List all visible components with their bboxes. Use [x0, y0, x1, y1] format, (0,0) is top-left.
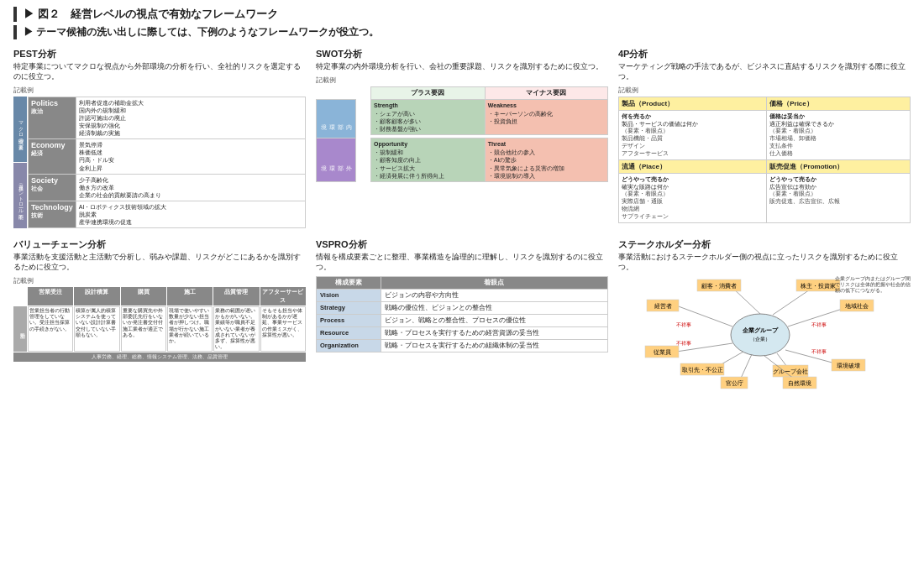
fourp-section: 4P分析 マーケティング戦略の手法であるが、ビジネスに直結するリスクを識別する際… — [618, 48, 911, 228]
vspro-process-point: ビジョン、戦略との整合性、プロセスの優位性 — [381, 314, 607, 326]
vspro-desc: 情報を構成要素ごとに整理、事業構造を論理的に理解し、リスクを識別するのに役立つ。 — [316, 253, 608, 273]
vspro-organization-label: Organization — [317, 339, 381, 352]
vspro-title: VSPRO分析 — [316, 238, 608, 251]
pest-direct-label: （直接コントロール不能） — [13, 163, 27, 228]
vspro-row-strategy: Strategy 戦略の優位性、ビジョンとの整合性 — [317, 301, 608, 314]
vspro-process-label: Process — [317, 314, 381, 326]
swot-table: プラス要因 マイナス要因 内部環境 Strength ・シェアが高い ・顧客顧客… — [316, 86, 608, 182]
vspro-row-process: Process ビジョン、戦略との整合性、プロセスの優位性 — [317, 314, 608, 326]
vc-cell-2: 積算が属人的積算システムを使っていない設計計算書交付していない手順もない。 — [74, 306, 119, 352]
pest-content-politics: 利用者促進の補助金拡大国内外の規制緩和許認可施出の廃止安保規制の強化経済制裁の実… — [76, 97, 305, 138]
swot-sample-label: 記載例 — [316, 76, 608, 85]
subtitle-arrow: ▶ — [24, 26, 34, 38]
pest-content-economy: 景気停滞株価低迷円高・ドル安金利上昇 — [76, 139, 305, 174]
fourp-promotion-content: どうやって売るか 広告宣伝は有効か （要素・着眼点） 販売促進、広告宣伝、広報 — [767, 173, 911, 222]
vspro-row-vision: Vision ビジョンの内容や方向性 — [317, 289, 608, 301]
valuechain-section: バリューチェーン分析 事業活動を支援活動と主活動で分析し、弱みや課題、リスクがど… — [13, 238, 306, 394]
vc-cell-6: そもそも担当や体制があるかが遅延、事業サービスの作業ミスがく、採算性が悪い。 — [260, 306, 306, 352]
vspro-vision-point: ビジョンの内容や方向性 — [381, 289, 607, 301]
stakeholder-diagram: 企業グループ （企業） 顧客・消費者 株主・投資家 経営者 — [618, 276, 911, 394]
pest-row-technology: Technology 技術 AI・ロボティクス技術領域の拡大脱炭素産学連携環境の… — [29, 201, 306, 227]
svg-text:官公庁: 官公庁 — [726, 380, 743, 386]
fourp-row-2: 流通（Place） 販売促進（Promotion） — [619, 159, 911, 173]
swot-title: SWOT分析 — [316, 48, 608, 60]
pest-side-labels: マクロ環境の要素 （直接コントロール不能） — [13, 97, 27, 228]
svg-text:不祥事: 不祥事 — [676, 341, 691, 346]
swot-minus-header: マイナス要因 — [485, 86, 607, 99]
vc-main-header-2: 設計積算 — [74, 287, 119, 306]
vspro-vision-label: Vision — [317, 289, 381, 301]
pest-row-header-society: Society 社会 — [29, 174, 76, 201]
vspro-resource-point: 戦略・プロセスを実行するための経営資源の妥当性 — [381, 326, 607, 339]
valuechain-sample-label: 記載例 — [13, 276, 306, 285]
swot-desc: 特定事業の内外環境分析を行い、会社の重要課題、リスクを識別するために役立つ。 — [316, 62, 608, 72]
svg-text:不祥事: 不祥事 — [811, 349, 827, 354]
vspro-header-row: 構成要素 着眼点 — [317, 276, 608, 289]
stakeholder-title: ステークホルダー分析 — [618, 238, 911, 251]
pest-row-header-technology: Technology 技術 — [29, 201, 76, 227]
svg-text:自然環境: 自然環境 — [788, 380, 811, 387]
vspro-strategy-label: Strategy — [317, 301, 381, 314]
swot-section: SWOT分析 特定事業の内外環境分析を行い、会社の重要課題、リスクを識別するため… — [316, 48, 608, 228]
stakeholder-desc: 事業活動におけるステークホルダー側の視点に立ったリスクを識別するために役立つ。 — [618, 253, 911, 273]
fourp-title: 4P分析 — [618, 48, 911, 60]
svg-point-0 — [731, 314, 790, 356]
vc-main-header-1: 営業受注 — [28, 287, 73, 306]
page-title: ▶ 図２ 経営レベルの視点で有効なフレームワーク — [13, 7, 911, 22]
pest-desc: 特定事業についてマクロな視点から外部環境の分析を行い、全社的リスクを選定するのに… — [13, 62, 306, 82]
svg-text:取引先・不公正: 取引先・不公正 — [682, 367, 723, 373]
vspro-row-resource: Resource 戦略・プロセスを実行するための経営資源の妥当性 — [317, 326, 608, 339]
fourp-table: 製品（Product） 価格（Price） 何を売るか 製品・サービスの価値は何… — [618, 97, 911, 223]
svg-text:（企業）: （企業） — [750, 337, 770, 342]
vspro-table: 構成要素 着眼点 Vision ビジョンの内容や方向性 Strategy 戦略の… — [316, 276, 608, 352]
swot-opportunity-cell: Opportunity ・規制緩和 ・顧客知度の向上 ・サービス拡大 ・経済発展… — [371, 138, 486, 181]
swot-outer-env-row: 外部環境 Opportunity ・規制緩和 ・顧客知度の向上 ・サービス拡大 … — [317, 138, 608, 181]
svg-text:不祥事: 不祥事 — [676, 322, 691, 327]
svg-text:グループ会社: グループ会社 — [773, 368, 808, 374]
svg-text:従業員: 従業員 — [654, 349, 671, 356]
fourp-promotion-header: 販売促進（Promotion） — [767, 159, 911, 173]
vc-support-label: 人事労務、経理、総務、情報システム管理、法務、品質管理 — [13, 352, 306, 362]
pest-title: PEST分析 — [13, 48, 306, 60]
vc-main-act-label: 主活動 — [13, 306, 27, 352]
pest-macro-label: マクロ環境の要素 — [13, 97, 27, 162]
svg-text:株主・投資家: 株主・投資家 — [800, 283, 836, 290]
vc-content-row: 主活動 営業担当者の行動管理をしていない。受注担当採算の手続きがない。 積算が属… — [13, 306, 306, 352]
title-arrow: ▶ — [24, 8, 34, 20]
fourp-place-header: 流通（Place） — [619, 159, 767, 173]
vspro-strategy-point: 戦略の優位性、ビジョンとの整合性 — [381, 301, 607, 314]
swot-weakness-cell: Weakness ・キーパーソンの高齢化 ・投資負担 — [485, 99, 607, 134]
pest-row-economy: Economy 経済 景気停滞株価低迷円高・ドル安金利上昇 — [29, 139, 306, 174]
svg-text:地域社会: 地域社会 — [844, 303, 869, 309]
valuechain-desc: 事業活動を支援活動と主活動で分析し、弱みや課題、リスクがどこにあるかを識別するた… — [13, 253, 306, 273]
stakeholder-note: 企業グループ内またはグループ間でリスクは全体的把握や社会的信頼の低下につながる。 — [835, 276, 911, 294]
fourp-content-row-1: 何を売るか 製品・サービスの価値は何か （要素・着眼点） 製品機能・品質デザイン… — [619, 110, 911, 159]
vspro-col-element: 構成要素 — [317, 276, 381, 289]
svg-text:経営者: 経営者 — [654, 303, 672, 310]
svg-text:不祥事: 不祥事 — [811, 322, 827, 327]
fourp-product-header: 製品（Product） — [619, 97, 767, 110]
vc-main-header-4: 施工 — [167, 287, 213, 306]
fourp-price-content: 価格は妥当か 適正利益は確保できるか （要素・着眼点） 市場相場、卸価格支払条件… — [767, 110, 911, 159]
vc-cell-1: 営業担当者の行動管理をしていない。受注担当採算の手続きがない。 — [28, 306, 73, 352]
pest-row-header-politics: Politics 政治 — [29, 97, 76, 138]
pest-section: PEST分析 特定事業についてマクロな視点から外部環境の分析を行い、全社的リスク… — [13, 48, 306, 228]
valuechain-diagram: 営業受注 設計積算 購買 施工 品質管理 アフターサービス 主活動 営業担当者の… — [13, 287, 306, 362]
swot-inner-row: 内部環境 Strength ・シェアが高い ・顧客顧客が多い ・財務基盤が強い … — [317, 99, 608, 134]
page-container: ▶ 図２ 経営レベルの視点で有効なフレームワーク ▶ テーマ候補の洗い出しに際し… — [0, 0, 924, 400]
swot-header-row: プラス要因 マイナス要因 — [317, 86, 608, 99]
svg-text:環境破壊: 環境破壊 — [837, 363, 860, 368]
vc-main-header-5: 品質管理 — [213, 287, 259, 306]
fourp-content-row-2: どうやって売るか 確実な販路は何か （要素・着眼点） 実際店舗・通販物流網サプラ… — [619, 173, 911, 222]
fourp-place-content: どうやって売るか 確実な販路は何か （要素・着眼点） 実際店舗・通販物流網サプラ… — [619, 173, 767, 222]
vspro-organization-point: 戦略・プロセスを実行するための組織体制の妥当性 — [381, 339, 607, 352]
fourp-row-1: 製品（Product） 価格（Price） — [619, 97, 911, 110]
vc-cell-4: 現場で使いやすい数量が少ない担当者が押しつけ。職場が行かない施工業者が続いている… — [167, 306, 213, 352]
swot-outer-env-label: 外部環境 — [317, 138, 356, 181]
vspro-row-organization: Organization 戦略・プロセスを実行するための組織体制の妥当性 — [317, 339, 608, 352]
svg-text:顧客・消費者: 顧客・消費者 — [701, 283, 737, 290]
vspro-resource-label: Resource — [317, 326, 381, 339]
pest-wrapper: マクロ環境の要素 （直接コントロール不能） Politics 政治 利用者促進の… — [13, 97, 306, 228]
bottom-frameworks-grid: バリューチェーン分析 事業活動を支援活動と主活動で分析し、弱みや課題、リスクがど… — [13, 238, 911, 394]
vc-headers: 営業受注 設計積算 購買 施工 品質管理 アフターサービス — [13, 287, 306, 306]
